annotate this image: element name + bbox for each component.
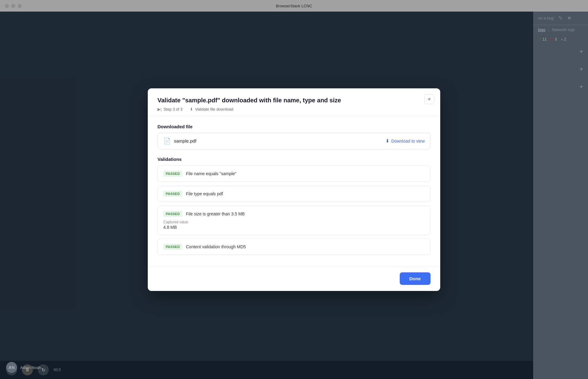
action-label: Validate file download [195,107,233,112]
captured-label: Captured value [163,220,425,224]
file-name: sample.pdf [174,138,196,143]
validation-row-1: PASSED File name equals "sample" [163,171,425,177]
validation-item-4: PASSED Content validation through MD5 [158,239,430,255]
modal-body: Downloaded file 📄 sample.pdf ⬇ Download … [148,117,440,266]
file-info: 📄 sample.pdf [163,137,196,145]
validation-item-2: PASSED File type equals pdf [158,186,430,202]
download-arrow-icon: ⬇ [385,138,389,144]
downloaded-file-label: Downloaded file [158,124,430,129]
modal-header: Validate "sample.pdf" downloaded with fi… [148,88,440,117]
passed-badge-2: PASSED [163,191,182,197]
validation-item-1: PASSED File name equals "sample" [158,165,430,182]
validation-text-4: Content validation through MD5 [186,244,246,249]
file-row: 📄 sample.pdf ⬇ Download to view [158,133,430,149]
download-link-label: Download to view [391,139,425,143]
step-icon: ▶| [158,107,161,112]
step-indicator: ▶| Step 3 of 3 [158,107,182,112]
modal-overlay: Validate "sample.pdf" downloaded with fi… [0,0,588,379]
close-button[interactable]: × [424,94,434,104]
validation-row-2: PASSED File type equals pdf [163,191,425,197]
step-label: Step 3 of 3 [163,107,182,112]
action-icon: ⬇ [190,107,193,112]
validation-text-1: File name equals "sample" [186,171,236,176]
passed-badge-3: PASSED [163,211,182,217]
action-indicator: ⬇ Validate file download [190,107,233,112]
passed-badge-1: PASSED [163,171,182,177]
modal-meta: ▶| Step 3 of 3 ⬇ Validate file download [158,107,430,112]
validation-text-3: File size is greater than 3.5 MB [186,211,245,216]
done-button[interactable]: Done [400,272,431,285]
done-button-label: Done [409,276,421,281]
validations-section: Validations PASSED File name equals "sam… [158,157,430,255]
close-icon: × [428,97,430,102]
modal-title: Validate "sample.pdf" downloaded with fi… [158,97,430,104]
captured-value: 4.8 MB [163,225,425,230]
validations-label: Validations [158,157,430,162]
validation-row-3: PASSED File size is greater than 3.5 MB [163,211,425,217]
validation-row-4: PASSED Content validation through MD5 [163,244,425,250]
passed-badge-4: PASSED [163,244,182,250]
validation-item-3: PASSED File size is greater than 3.5 MB … [158,206,430,235]
file-icon: 📄 [163,137,171,145]
validation-text-2: File type equals pdf [186,191,223,196]
modal: Validate "sample.pdf" downloaded with fi… [148,88,440,291]
download-link[interactable]: ⬇ Download to view [385,138,425,144]
modal-footer: Done [148,266,440,291]
